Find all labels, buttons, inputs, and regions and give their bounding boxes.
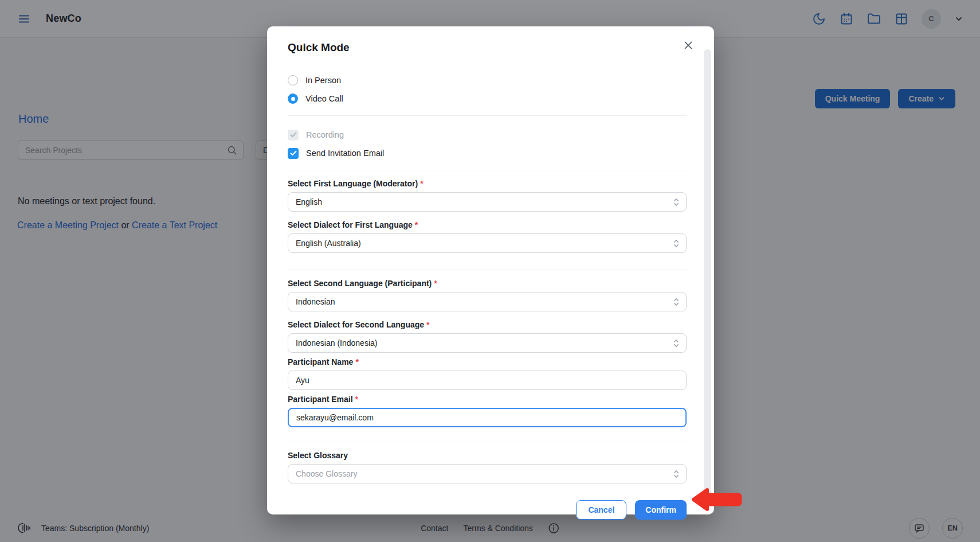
options-checkbox-group: Recording Send Invitation Email: [288, 126, 687, 162]
annotation-arrow-icon: [689, 486, 743, 513]
divider: [288, 270, 687, 270]
required-asterisk: *: [434, 279, 437, 288]
participant-name-input[interactable]: [288, 371, 687, 390]
cancel-button[interactable]: Cancel: [576, 500, 626, 520]
close-modal-button[interactable]: [682, 39, 695, 52]
radio-selected-icon: [288, 93, 298, 104]
required-asterisk: *: [426, 320, 429, 329]
radio-in-person[interactable]: In Person: [288, 71, 687, 89]
field-participant-name: Participant Name*: [288, 357, 687, 390]
second-language-select[interactable]: Indonesian: [288, 292, 687, 311]
field-second-language: Select Second Language (Participant)* In…: [288, 279, 687, 311]
quick-mode-modal: Quick Mode In Person Video Call Recordin…: [267, 26, 714, 514]
required-asterisk: *: [355, 357, 358, 366]
divider: [288, 442, 687, 442]
select-updown-icon: [673, 197, 679, 207]
meeting-type-radio-group: In Person Video Call: [288, 71, 687, 108]
field-glossary: Select Glossary Choose Glossary: [288, 451, 687, 483]
required-asterisk: *: [415, 220, 418, 229]
field-second-dialect: Select Dialect for Second Language* Indo…: [288, 320, 687, 353]
select-updown-icon: [673, 469, 679, 479]
select-updown-icon: [673, 338, 679, 348]
radio-video-call[interactable]: Video Call: [288, 89, 687, 108]
divider: [288, 170, 687, 170]
checkbox-checked-icon: [288, 148, 299, 159]
select-updown-icon: [673, 239, 679, 248]
modal-scrollbar[interactable]: [704, 49, 711, 498]
modal-title: Quick Mode: [288, 41, 687, 54]
divider: [288, 115, 687, 116]
glossary-select[interactable]: Choose Glossary: [288, 464, 687, 483]
confirm-button[interactable]: Confirm: [635, 500, 687, 520]
checkbox-disabled-checked-icon: [288, 130, 299, 141]
required-asterisk: *: [420, 179, 423, 188]
radio-circle-icon: [288, 75, 298, 85]
close-icon: [683, 40, 693, 50]
participant-email-input[interactable]: [288, 408, 687, 427]
checkbox-recording: Recording: [288, 126, 687, 144]
checkbox-send-invitation-email[interactable]: Send Invitation Email: [288, 144, 687, 162]
field-first-language: Select First Language (Moderator)* Engli…: [288, 179, 687, 212]
first-language-select[interactable]: English: [288, 192, 687, 212]
select-updown-icon: [673, 297, 679, 307]
second-dialect-select[interactable]: Indonesian (Indonesia): [288, 333, 687, 353]
field-participant-email: Participant Email*: [288, 395, 687, 427]
field-first-dialect: Select Dialect for First Language* Engli…: [288, 220, 687, 253]
required-asterisk: *: [355, 395, 358, 404]
first-dialect-select[interactable]: English (Australia): [288, 233, 687, 253]
